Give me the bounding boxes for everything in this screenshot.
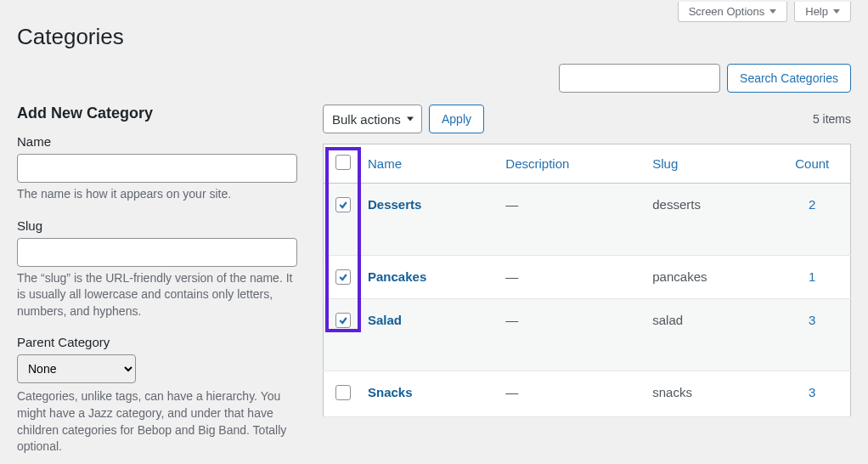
add-new-category-title: Add New Category [17, 105, 297, 122]
row-checkbox[interactable] [335, 197, 351, 212]
category-slug: snacks [652, 385, 692, 399]
category-description: — [505, 269, 518, 284]
page-title: Categories [17, 24, 851, 50]
category-count-link[interactable]: 3 [809, 385, 815, 399]
row-checkbox[interactable] [335, 385, 351, 400]
select-all-checkbox[interactable] [335, 155, 351, 170]
slug-input[interactable] [17, 238, 297, 267]
parent-category-select[interactable]: None [17, 354, 136, 383]
table-row: Salad—salad3 [324, 299, 851, 371]
parent-category-label: Parent Category [17, 335, 297, 349]
help-tab[interactable]: Help [794, 2, 851, 22]
search-input[interactable] [559, 64, 720, 93]
table-row: Snacks—snacks3 [324, 371, 851, 417]
help-label: Help [805, 5, 828, 18]
category-name-link[interactable]: Salad [368, 313, 402, 327]
category-slug: salad [652, 313, 683, 327]
screen-options-tab[interactable]: Screen Options [678, 2, 788, 22]
category-description: — [505, 385, 518, 399]
screen-options-label: Screen Options [689, 5, 765, 18]
category-count-link[interactable]: 2 [809, 197, 815, 212]
column-name[interactable]: Name [359, 144, 497, 184]
table-row: Pancakes—pancakes1 [324, 256, 851, 299]
categories-table: Name Description Slug Count Desserts—des… [323, 144, 851, 417]
column-description[interactable]: Description [497, 144, 644, 184]
category-slug: desserts [652, 197, 701, 212]
column-count[interactable]: Count [775, 144, 851, 184]
table-row: Desserts—desserts2 [324, 184, 851, 256]
slug-help: The “slug” is the URL-friendly version o… [17, 270, 297, 320]
category-description: — [505, 313, 518, 327]
name-help: The name is how it appears on your site. [17, 186, 297, 203]
chevron-down-icon [769, 9, 776, 14]
row-checkbox[interactable] [335, 269, 351, 285]
category-count-link[interactable]: 1 [809, 269, 815, 284]
apply-button[interactable]: Apply [429, 105, 484, 133]
name-label: Name [17, 134, 297, 149]
category-name-link[interactable]: Snacks [368, 385, 413, 399]
slug-label: Slug [17, 218, 297, 233]
category-slug: pancakes [652, 269, 707, 284]
row-checkbox[interactable] [335, 313, 351, 328]
category-name-link[interactable]: Desserts [368, 197, 421, 212]
name-input[interactable] [17, 154, 297, 183]
column-slug[interactable]: Slug [644, 144, 774, 184]
category-name-link[interactable]: Pancakes [368, 269, 426, 284]
items-count: 5 items [813, 112, 851, 126]
bulk-actions-select[interactable]: Bulk actions [323, 105, 422, 133]
chevron-down-icon [833, 9, 840, 14]
search-categories-button[interactable]: Search Categories [727, 64, 851, 93]
category-description: — [505, 197, 518, 212]
category-count-link[interactable]: 3 [809, 313, 815, 327]
parent-help: Categories, unlike tags, can have a hier… [17, 388, 297, 455]
